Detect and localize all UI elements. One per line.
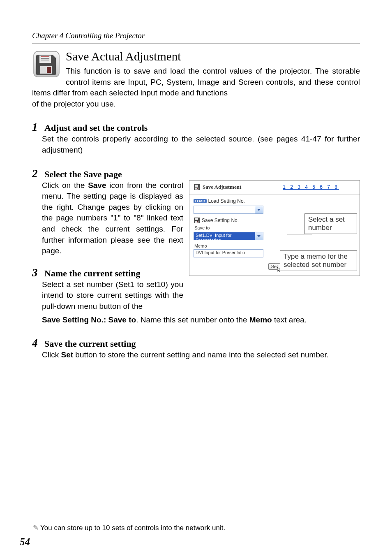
memo-label: Memo xyxy=(194,243,355,248)
step1-number: 1 xyxy=(32,121,41,134)
panel-title: Save Adjustment xyxy=(203,184,241,190)
save-floppy-icon xyxy=(32,50,61,79)
save-to-dropdown-button[interactable] xyxy=(255,232,263,240)
callout-select-set: Select a set number xyxy=(304,213,357,234)
section-title: Save Actual Adjustment xyxy=(32,50,360,63)
step1-title: Adjust and set the controls xyxy=(44,123,148,133)
step2-title: Select the Save page xyxy=(44,169,122,180)
step3-number: 3 xyxy=(32,266,41,279)
step3-title: Name the current setting xyxy=(44,268,141,279)
set-button[interactable]: Set xyxy=(268,263,281,270)
footnote: ✎You can store up to 10 sets of controls… xyxy=(33,524,360,532)
intro-text-a: This function is to save and load the co… xyxy=(32,66,360,99)
step2-number: 2 xyxy=(32,167,41,180)
svg-rect-2 xyxy=(41,56,49,57)
load-setting-dropdown-button[interactable] xyxy=(255,206,263,214)
save-setting-label: Save Setting No. xyxy=(202,218,239,223)
svg-rect-4 xyxy=(41,60,49,60)
save-adjustment-panel: Save Adjustment 1 2 3 4 5 6 7 8 LOAD Loa… xyxy=(189,180,360,276)
floppy-mini-icon xyxy=(194,184,200,190)
floppy-mini-icon xyxy=(194,217,200,224)
chapter-header: Chapter 4 Controlling the Projector xyxy=(32,31,360,44)
load-setting-label: Load Setting No. xyxy=(208,198,245,204)
step4-title: Save the current setting xyxy=(44,338,136,349)
step3-desc-cont: Save Setting No.: Save to. Name this set… xyxy=(42,315,360,326)
page-number-links[interactable]: 1 2 3 4 5 6 7 8 xyxy=(283,184,339,190)
footnote-rule xyxy=(32,520,360,520)
svg-rect-14 xyxy=(197,221,198,222)
svg-rect-6 xyxy=(47,67,51,73)
load-setting-select[interactable] xyxy=(194,206,255,214)
pencil-icon: ✎ xyxy=(33,524,39,532)
intro-text-b: of the projector you use. xyxy=(32,99,360,110)
step3-desc-left: Select a set number (Set1 to set10) you … xyxy=(42,279,183,312)
callout-type-memo: Type a memo for the selected set number xyxy=(280,250,357,271)
step4-desc: Click Set button to store the current se… xyxy=(42,350,360,361)
svg-rect-8 xyxy=(195,185,198,187)
save-to-select[interactable]: Set1.DVI Input for Presentation xyxy=(194,232,255,240)
step2-desc: Click on the Save icon from the control … xyxy=(42,180,183,257)
svg-rect-12 xyxy=(195,218,198,220)
page-number: 54 xyxy=(20,536,30,548)
load-badge-icon: LOAD xyxy=(194,199,207,203)
svg-rect-3 xyxy=(41,58,49,59)
step1-desc: Set the controls properly according to t… xyxy=(42,134,360,155)
memo-input[interactable]: DVI Input for Presentatio xyxy=(194,249,263,257)
step4-number: 4 xyxy=(32,337,41,350)
svg-rect-10 xyxy=(197,188,198,189)
